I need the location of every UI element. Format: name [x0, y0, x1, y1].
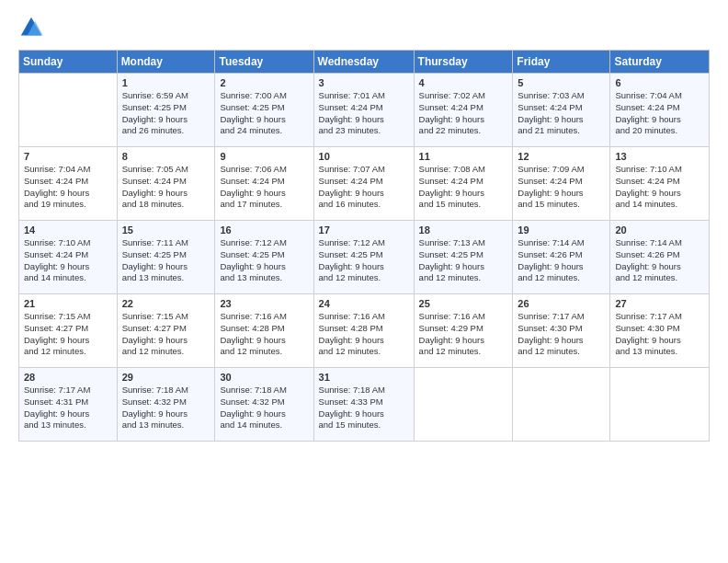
- day-info: Sunrise: 7:06 AM Sunset: 4:24 PM Dayligh…: [220, 164, 308, 211]
- day-info: Sunrise: 7:03 AM Sunset: 4:24 PM Dayligh…: [518, 90, 605, 137]
- day-info: Sunrise: 7:16 AM Sunset: 4:29 PM Dayligh…: [419, 311, 508, 358]
- day-number: 5: [518, 77, 605, 88]
- day-cell: [414, 368, 513, 442]
- day-cell: 15Sunrise: 7:11 AM Sunset: 4:25 PM Dayli…: [117, 221, 215, 294]
- day-number: 29: [122, 372, 210, 383]
- day-cell: 16Sunrise: 7:12 AM Sunset: 4:25 PM Dayli…: [215, 221, 313, 294]
- week-row-4: 21Sunrise: 7:15 AM Sunset: 4:27 PM Dayli…: [19, 294, 710, 368]
- day-number: 11: [419, 151, 508, 162]
- page: SundayMondayTuesdayWednesdayThursdayFrid…: [0, 0, 728, 563]
- day-number: 13: [615, 151, 704, 162]
- day-info: Sunrise: 7:18 AM Sunset: 4:32 PM Dayligh…: [122, 385, 210, 431]
- day-cell: 29Sunrise: 7:18 AM Sunset: 4:32 PM Dayli…: [117, 368, 215, 442]
- day-header-wednesday: Wednesday: [313, 51, 414, 74]
- day-cell: [610, 368, 710, 442]
- day-number: 10: [319, 151, 409, 162]
- day-cell: 30Sunrise: 7:18 AM Sunset: 4:32 PM Dayli…: [215, 368, 313, 442]
- logo: [18, 15, 48, 40]
- day-number: 12: [518, 151, 605, 162]
- day-cell: 7Sunrise: 7:04 AM Sunset: 4:24 PM Daylig…: [19, 147, 118, 221]
- day-info: Sunrise: 7:00 AM Sunset: 4:25 PM Dayligh…: [220, 90, 308, 137]
- day-number: 31: [319, 372, 409, 383]
- calendar: SundayMondayTuesdayWednesdayThursdayFrid…: [18, 50, 710, 442]
- day-cell: 18Sunrise: 7:13 AM Sunset: 4:25 PM Dayli…: [414, 221, 513, 294]
- day-header-sunday: Sunday: [19, 51, 118, 74]
- day-cell: 20Sunrise: 7:14 AM Sunset: 4:26 PM Dayli…: [610, 221, 710, 294]
- day-cell: 23Sunrise: 7:16 AM Sunset: 4:28 PM Dayli…: [215, 294, 313, 368]
- day-number: 28: [24, 372, 112, 383]
- day-number: 2: [220, 77, 308, 88]
- day-number: 26: [518, 298, 605, 309]
- day-cell: [19, 74, 118, 147]
- week-row-3: 14Sunrise: 7:10 AM Sunset: 4:24 PM Dayli…: [19, 221, 710, 294]
- day-info: Sunrise: 7:16 AM Sunset: 4:28 PM Dayligh…: [220, 311, 308, 358]
- day-header-tuesday: Tuesday: [215, 51, 313, 74]
- day-info: Sunrise: 7:17 AM Sunset: 4:30 PM Dayligh…: [518, 311, 605, 358]
- day-cell: 12Sunrise: 7:09 AM Sunset: 4:24 PM Dayli…: [513, 147, 610, 221]
- day-cell: 2Sunrise: 7:00 AM Sunset: 4:25 PM Daylig…: [215, 74, 313, 147]
- day-cell: 1Sunrise: 6:59 AM Sunset: 4:25 PM Daylig…: [117, 74, 215, 147]
- day-info: Sunrise: 7:16 AM Sunset: 4:28 PM Dayligh…: [319, 311, 409, 358]
- day-cell: 4Sunrise: 7:02 AM Sunset: 4:24 PM Daylig…: [414, 74, 513, 147]
- day-cell: 31Sunrise: 7:18 AM Sunset: 4:33 PM Dayli…: [313, 368, 414, 442]
- day-info: Sunrise: 7:18 AM Sunset: 4:32 PM Dayligh…: [220, 385, 308, 431]
- day-cell: 27Sunrise: 7:17 AM Sunset: 4:30 PM Dayli…: [610, 294, 710, 368]
- day-number: 6: [615, 77, 704, 88]
- day-info: Sunrise: 7:12 AM Sunset: 4:25 PM Dayligh…: [319, 237, 409, 284]
- day-info: Sunrise: 7:04 AM Sunset: 4:24 PM Dayligh…: [615, 90, 704, 137]
- day-number: 21: [24, 298, 112, 309]
- day-info: Sunrise: 7:01 AM Sunset: 4:24 PM Dayligh…: [319, 90, 409, 137]
- day-info: Sunrise: 7:10 AM Sunset: 4:24 PM Dayligh…: [615, 164, 704, 211]
- day-info: Sunrise: 7:14 AM Sunset: 4:26 PM Dayligh…: [518, 237, 605, 284]
- day-info: Sunrise: 7:13 AM Sunset: 4:25 PM Dayligh…: [419, 237, 508, 284]
- day-header-monday: Monday: [117, 51, 215, 74]
- day-number: 18: [419, 224, 508, 236]
- day-info: Sunrise: 7:10 AM Sunset: 4:24 PM Dayligh…: [24, 237, 112, 284]
- day-cell: 21Sunrise: 7:15 AM Sunset: 4:27 PM Dayli…: [19, 294, 118, 368]
- day-cell: 28Sunrise: 7:17 AM Sunset: 4:31 PM Dayli…: [19, 368, 118, 442]
- week-row-5: 28Sunrise: 7:17 AM Sunset: 4:31 PM Dayli…: [19, 368, 710, 442]
- day-number: 19: [518, 224, 605, 236]
- day-number: 8: [122, 151, 210, 162]
- day-cell: 3Sunrise: 7:01 AM Sunset: 4:24 PM Daylig…: [313, 74, 414, 147]
- day-info: Sunrise: 7:18 AM Sunset: 4:33 PM Dayligh…: [319, 385, 409, 431]
- day-cell: 13Sunrise: 7:10 AM Sunset: 4:24 PM Dayli…: [610, 147, 710, 221]
- day-cell: 5Sunrise: 7:03 AM Sunset: 4:24 PM Daylig…: [513, 74, 610, 147]
- day-number: 9: [220, 151, 308, 162]
- calendar-header-row: SundayMondayTuesdayWednesdayThursdayFrid…: [19, 51, 710, 74]
- day-number: 24: [319, 298, 409, 309]
- day-number: 15: [122, 224, 210, 236]
- day-cell: 25Sunrise: 7:16 AM Sunset: 4:29 PM Dayli…: [414, 294, 513, 368]
- day-cell: 22Sunrise: 7:15 AM Sunset: 4:27 PM Dayli…: [117, 294, 215, 368]
- day-info: Sunrise: 7:04 AM Sunset: 4:24 PM Dayligh…: [24, 164, 112, 211]
- day-cell: 17Sunrise: 7:12 AM Sunset: 4:25 PM Dayli…: [313, 221, 414, 294]
- day-info: Sunrise: 7:12 AM Sunset: 4:25 PM Dayligh…: [220, 237, 308, 284]
- day-number: 3: [319, 77, 409, 88]
- day-info: Sunrise: 7:14 AM Sunset: 4:26 PM Dayligh…: [615, 237, 704, 284]
- day-number: 22: [122, 298, 210, 309]
- day-number: 30: [220, 372, 308, 383]
- day-info: Sunrise: 7:02 AM Sunset: 4:24 PM Dayligh…: [419, 90, 508, 137]
- day-cell: 19Sunrise: 7:14 AM Sunset: 4:26 PM Dayli…: [513, 221, 610, 294]
- day-info: Sunrise: 7:09 AM Sunset: 4:24 PM Dayligh…: [518, 164, 605, 211]
- day-info: Sunrise: 7:07 AM Sunset: 4:24 PM Dayligh…: [319, 164, 409, 211]
- day-header-thursday: Thursday: [414, 51, 513, 74]
- day-number: 27: [615, 298, 704, 309]
- day-info: Sunrise: 7:05 AM Sunset: 4:24 PM Dayligh…: [122, 164, 210, 211]
- day-info: Sunrise: 7:17 AM Sunset: 4:31 PM Dayligh…: [24, 385, 112, 431]
- day-number: 4: [419, 77, 508, 88]
- day-cell: 24Sunrise: 7:16 AM Sunset: 4:28 PM Dayli…: [313, 294, 414, 368]
- day-number: 16: [220, 224, 308, 236]
- day-cell: 11Sunrise: 7:08 AM Sunset: 4:24 PM Dayli…: [414, 147, 513, 221]
- day-number: 23: [220, 298, 308, 309]
- day-cell: 8Sunrise: 7:05 AM Sunset: 4:24 PM Daylig…: [117, 147, 215, 221]
- day-info: Sunrise: 6:59 AM Sunset: 4:25 PM Dayligh…: [122, 90, 210, 137]
- day-number: 25: [419, 298, 508, 309]
- day-info: Sunrise: 7:11 AM Sunset: 4:25 PM Dayligh…: [122, 237, 210, 284]
- week-row-1: 1Sunrise: 6:59 AM Sunset: 4:25 PM Daylig…: [19, 74, 710, 147]
- day-header-friday: Friday: [513, 51, 610, 74]
- day-cell: [513, 368, 610, 442]
- week-row-2: 7Sunrise: 7:04 AM Sunset: 4:24 PM Daylig…: [19, 147, 710, 221]
- day-header-saturday: Saturday: [610, 51, 710, 74]
- day-cell: 10Sunrise: 7:07 AM Sunset: 4:24 PM Dayli…: [313, 147, 414, 221]
